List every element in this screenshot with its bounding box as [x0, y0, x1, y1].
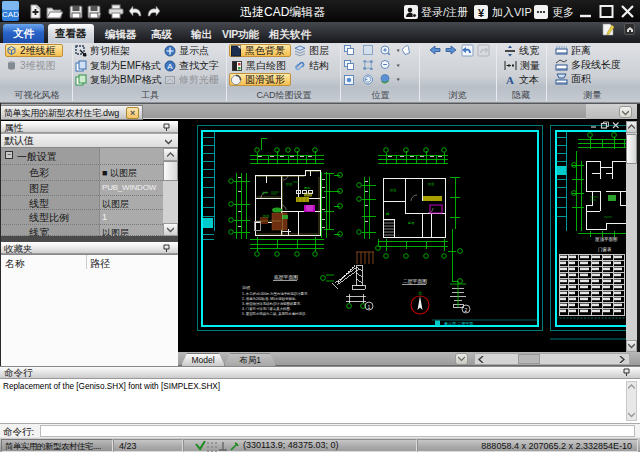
svg-text:门窗表: 门窗表: [598, 247, 612, 253]
svg-text:卧室: 卧室: [286, 182, 293, 186]
svg-text:農庄房·二层平面: 農庄房·二层平面: [444, 321, 473, 326]
svg-text:5. 屋面防水等级为二级, 采用防水卷材铺设.: 5. 屋面防水等级为二级, 采用防水卷材铺设.: [242, 311, 306, 316]
svg-text:卧室: 卧室: [428, 182, 435, 186]
svg-text:二层平面图: 二层平面图: [403, 278, 427, 284]
svg-text:3. 楼面做法详见结构设计说明图纸要求.: 3. 楼面做法详见结构设计说明图纸要求.: [242, 301, 301, 306]
svg-text:CAD: CAD: [2, 10, 19, 19]
svg-text:4. 门窗尺寸详见门窗表及大样图.: 4. 门窗尺寸详见门窗表及大样图.: [242, 306, 291, 311]
svg-text:屋顶平面图: 屋顶平面图: [595, 237, 618, 242]
svg-text:梯: 梯: [385, 212, 390, 216]
svg-text:客厅: 客厅: [262, 191, 269, 195]
svg-text:底层平面图: 底层平面图: [274, 274, 298, 280]
svg-text:卧室: 卧室: [263, 214, 270, 218]
svg-text:¥: ¥: [478, 7, 485, 19]
svg-text:卧室: 卧室: [390, 188, 397, 192]
svg-text:2. 墙身为240砖墙, M5水泥砂浆砌筑.: 2. 墙身为240砖墙, M5水泥砂浆砌筑.: [242, 296, 296, 301]
svg-text:1. 本工程±0.000m 为室内地坪标高设计要求.: 1. 本工程±0.000m 为室内地坪标高设计要求.: [242, 291, 308, 296]
svg-text:A: A: [506, 74, 514, 85]
svg-text:北: 北: [418, 291, 422, 296]
svg-text:1: 1: [368, 304, 371, 310]
svg-text:厨房: 厨房: [304, 186, 311, 190]
svg-text:A: A: [167, 62, 173, 71]
svg-text:2: 2: [465, 307, 468, 313]
svg-text:说明: 说明: [242, 285, 250, 290]
svg-text:起居: 起居: [408, 221, 415, 225]
